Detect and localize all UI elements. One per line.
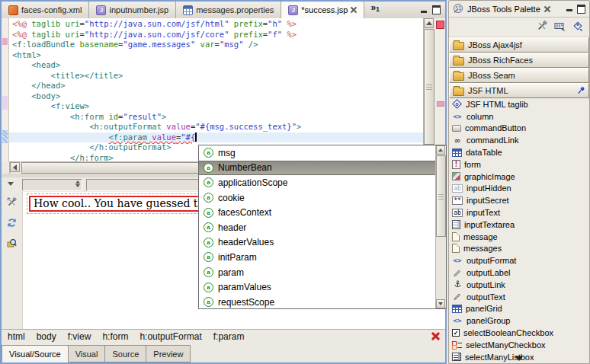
palette-item-inputText[interactable]: abinputText bbox=[449, 206, 589, 219]
import-icon[interactable] bbox=[572, 21, 583, 34]
close-palette-icon[interactable] bbox=[544, 6, 550, 12]
palette-item-commandLink[interactable]: ∞commandLink bbox=[449, 134, 589, 146]
palette-section[interactable]: JBoss Seam bbox=[449, 68, 589, 83]
palette-section[interactable]: JBoss Ajax4jsf bbox=[449, 37, 589, 53]
palette-item-dataTable[interactable]: dataTable bbox=[449, 146, 589, 158]
maximize-icon[interactable] bbox=[432, 5, 441, 14]
code-token: <f:view> bbox=[51, 101, 90, 110]
palette-maximize-icon[interactable] bbox=[577, 5, 585, 14]
zoom-table-icon[interactable] bbox=[7, 238, 17, 251]
palette-item-messages[interactable]: messages bbox=[449, 243, 589, 255]
breadcrumb-item[interactable]: f:view bbox=[68, 331, 91, 342]
completion-item[interactable]: afacesContext bbox=[199, 205, 436, 220]
overview-ruler[interactable] bbox=[434, 18, 445, 161]
breadcrumb-item[interactable]: h:outputFormat bbox=[139, 331, 201, 342]
source-editor[interactable]: <%@ taglib uri="http://java.sun.com/jsf/… bbox=[2, 18, 445, 161]
completion-item[interactable]: aparamValues bbox=[199, 279, 436, 295]
show-hide-icon[interactable] bbox=[554, 21, 566, 34]
tab-preview[interactable]: Preview bbox=[146, 345, 191, 362]
editor-tab[interactable]: J*success.jsp bbox=[281, 2, 364, 18]
scroll-up-icon[interactable] bbox=[424, 18, 434, 28]
palette-item-inputTextarea[interactable]: inputTextarea bbox=[449, 219, 589, 231]
code-line[interactable]: <f:param value="#{ bbox=[9, 133, 424, 143]
style-combo[interactable] bbox=[86, 179, 204, 191]
code-line[interactable]: <h:outputFormat value="#{msg.success_tex… bbox=[12, 122, 424, 133]
annotation-marker[interactable] bbox=[437, 101, 444, 107]
scroll-up-icon[interactable] bbox=[436, 145, 445, 155]
tab-label: messages.properties bbox=[196, 5, 274, 14]
completion-item[interactable]: aapplicationScope bbox=[199, 175, 436, 190]
toolbar-dropdown-icon[interactable] bbox=[8, 182, 14, 186]
code-line[interactable]: <title></title> bbox=[12, 71, 424, 81]
code-line[interactable]: <f:view> bbox=[12, 101, 424, 112]
completion-item[interactable]: aheader bbox=[199, 220, 436, 235]
palette-item-commandButton[interactable]: commandButton bbox=[449, 123, 589, 135]
editor-tab[interactable]: Jinputnumber.jsp bbox=[89, 2, 176, 18]
palette-editor-icon[interactable] bbox=[537, 21, 547, 34]
palette-item-panelGrid[interactable]: panelGrid bbox=[449, 303, 589, 315]
pin-icon[interactable] bbox=[578, 86, 585, 96]
close-breadcrumb-icon[interactable] bbox=[431, 332, 439, 340]
palette-item-graphicImage[interactable]: graphicImage bbox=[449, 171, 589, 183]
code-line[interactable]: <f:loadBundle basename="game.messages" v… bbox=[12, 40, 424, 50]
completion-item[interactable]: aparam bbox=[199, 265, 436, 280]
code-token: var bbox=[200, 40, 215, 49]
scrollbar-thumb[interactable] bbox=[436, 155, 446, 237]
palette-item-panelGroup[interactable]: <>panelGroup bbox=[449, 315, 589, 327]
code-line[interactable]: <body> bbox=[12, 91, 424, 102]
scroll-more-icon[interactable] bbox=[515, 356, 523, 361]
breadcrumb-item[interactable]: body bbox=[37, 331, 56, 342]
editor-vertical-scrollbar[interactable] bbox=[423, 18, 434, 161]
palette-section[interactable]: JBoss RichFaces bbox=[449, 53, 589, 68]
code-line[interactable]: <head> bbox=[12, 60, 424, 71]
close-tab-icon[interactable] bbox=[351, 7, 357, 13]
editor-tab[interactable]: messages.properties bbox=[176, 2, 281, 18]
tab-visual[interactable]: Visual bbox=[69, 345, 106, 362]
completion-item[interactable]: arequestScope bbox=[199, 295, 436, 309]
completion-item[interactable]: aNumberBean bbox=[199, 161, 436, 176]
palette-item-outputFormat[interactable]: <>outputFormat bbox=[449, 254, 589, 267]
code-editor[interactable]: <%@ taglib uri="http://java.sun.com/jsf/… bbox=[9, 18, 424, 161]
palette-item-column[interactable]: <>column bbox=[449, 110, 589, 123]
completion-item[interactable]: amsg bbox=[199, 145, 436, 161]
font-size-combo[interactable] bbox=[22, 179, 82, 191]
palette-item-outputLabel[interactable]: outputLabel bbox=[449, 267, 589, 279]
preferences-icon[interactable] bbox=[7, 196, 17, 210]
tab-visual-source[interactable]: Visual/Source bbox=[2, 345, 69, 362]
completion-item[interactable]: ainitParam bbox=[199, 250, 436, 265]
code-line[interactable]: </head> bbox=[12, 81, 424, 91]
completion-item[interactable]: aheaderValues bbox=[199, 235, 436, 251]
code-line[interactable]: <html> bbox=[12, 50, 424, 61]
completion-item[interactable]: acookie bbox=[199, 190, 436, 206]
refresh-icon[interactable] bbox=[7, 217, 17, 231]
combo-spinner-icon[interactable] bbox=[75, 180, 80, 187]
breadcrumb-item[interactable]: f:param bbox=[213, 331, 245, 342]
error-marker[interactable] bbox=[436, 21, 444, 29]
palette-item-selectBooleanCheckbox[interactable]: ✓selectBooleanCheckbox bbox=[449, 327, 589, 339]
palette-item-message[interactable]: message bbox=[449, 231, 589, 243]
palette-item-inputHidden[interactable]: abinputHidden bbox=[449, 183, 589, 195]
scrollbar-thumb[interactable] bbox=[424, 29, 434, 145]
table-icon bbox=[452, 305, 462, 313]
palette-minimize-icon[interactable] bbox=[566, 5, 573, 12]
breadcrumb-item[interactable]: html bbox=[8, 331, 25, 342]
palette-item-selectManyCheckbox[interactable]: selectManyCheckbox bbox=[449, 339, 589, 351]
code-line[interactable]: <%@ taglib uri="http://java.sun.com/jsf/… bbox=[12, 19, 424, 30]
editor-tab[interactable]: faces-config.xml bbox=[2, 2, 89, 18]
code-line[interactable]: <h:form id="result"> bbox=[12, 112, 424, 123]
code-line[interactable]: <%@ taglib uri="http://java.sun.com/jsf/… bbox=[12, 30, 424, 40]
palette-item-JSF HTML taglib[interactable]: JSF HTML taglib bbox=[449, 98, 589, 110]
annotation-ruler[interactable] bbox=[2, 18, 9, 161]
tab-source[interactable]: Source bbox=[105, 345, 146, 362]
palette-item-form[interactable]: !form bbox=[449, 158, 589, 171]
palette-section[interactable]: JSF HTML bbox=[449, 83, 589, 98]
popup-scrollbar[interactable] bbox=[435, 145, 446, 308]
more-tabs-chevron[interactable]: » 1 bbox=[364, 2, 383, 18]
scroll-down-icon[interactable] bbox=[436, 299, 445, 308]
palette-item-inputSecret[interactable]: **inputSecret bbox=[449, 194, 589, 206]
breadcrumb-item[interactable]: h:form bbox=[102, 331, 128, 342]
palette-item-outputLink[interactable]: outputLink bbox=[449, 279, 589, 291]
minimize-icon[interactable] bbox=[421, 7, 428, 14]
palette-item-outputText[interactable]: outputText bbox=[449, 291, 589, 303]
scroll-left-icon[interactable] bbox=[10, 162, 20, 172]
